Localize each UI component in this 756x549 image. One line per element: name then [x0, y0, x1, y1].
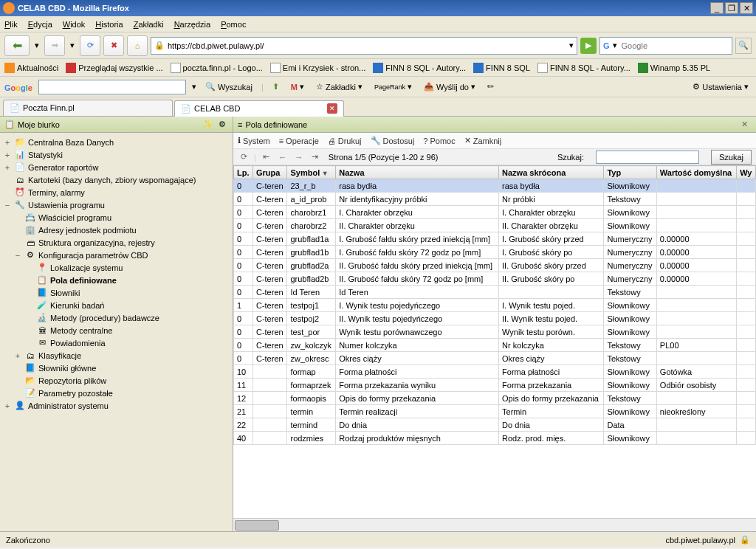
- tree-item[interactable]: +🗂Klasyfikacje: [0, 349, 233, 362]
- tree-item[interactable]: +📊Statystyki: [0, 148, 233, 161]
- tree-item[interactable]: 🏛Metody centralne: [0, 324, 233, 336]
- back-dropdown[interactable]: ▾: [32, 41, 41, 50]
- back-button[interactable]: ⬅: [4, 35, 30, 56]
- tree-item[interactable]: 🏢Adresy jednostek podmiotu: [0, 224, 233, 236]
- browser-tab[interactable]: 📄Poczta Finn.pl: [3, 100, 173, 116]
- close-button[interactable]: ✕: [740, 2, 753, 14]
- menu-edycja[interactable]: Edycja: [28, 20, 52, 29]
- toolbar-zamknij-button[interactable]: ✕Zamknij: [464, 136, 502, 145]
- column-header[interactable]: Wartość domyślna: [656, 166, 736, 179]
- forward-button[interactable]: ➡: [44, 35, 65, 56]
- column-header[interactable]: Nazwa: [336, 166, 499, 179]
- table-row[interactable]: 0C-terengrubflad1aI. Grubość fałdu skóry…: [234, 232, 756, 246]
- table-row[interactable]: 0C-terencharobrz2II. Charakter obrzękuII…: [234, 219, 756, 232]
- bookmark-item[interactable]: FINN 8 SQL - Autory...: [537, 63, 630, 73]
- table-row[interactable]: 0C-terengrubflad1bI. Grubość fałdu skóry…: [234, 246, 756, 259]
- tree-item[interactable]: +📁Centralna Baza Danych: [0, 136, 233, 148]
- column-header[interactable]: Wy: [737, 166, 756, 179]
- table-row[interactable]: 0C-terenzw_okrescOkres ciążyOkres ciążyT…: [234, 352, 756, 365]
- tree-expand-icon[interactable]: −: [3, 201, 12, 210]
- google-pagerank-button[interactable]: PageRank ▾: [371, 82, 415, 92]
- search-input[interactable]: [620, 41, 729, 51]
- table-row[interactable]: 40rodzmiesRodzaj produktów mięsnychRodz.…: [234, 432, 756, 445]
- table-row[interactable]: 0C-terengrubflad2aII. Grubość fałdu skór…: [234, 259, 756, 272]
- tree-item[interactable]: −⚙Konfiguracja parametrów CBD: [0, 249, 233, 261]
- bookmark-item[interactable]: FINN 8 SQL: [473, 63, 530, 73]
- google-bookmarks-button[interactable]: ☆ Zakładki▾: [313, 82, 365, 92]
- tree-item[interactable]: 📝Parametry pozostałe: [0, 387, 233, 399]
- data-grid[interactable]: Lp.GrupaSymbolNazwaNazwa skróconaTypWart…: [233, 165, 756, 518]
- search-box[interactable]: G▾: [599, 37, 732, 55]
- google-highlight-button[interactable]: ✏: [484, 82, 497, 92]
- tree-item[interactable]: ⏰Terminy, alarmy: [0, 186, 233, 198]
- url-dropdown-icon[interactable]: ▾: [569, 41, 574, 50]
- tree-item[interactable]: 🗂Kartoteki (bazy danych, zbiory wspomaga…: [0, 173, 233, 186]
- table-row[interactable]: 11formaprzekForma przekazania wynikuForm…: [234, 379, 756, 392]
- google-settings-button[interactable]: ⚙ Ustawienia▾: [690, 82, 752, 92]
- menu-historia[interactable]: Historia: [95, 20, 123, 29]
- column-header[interactable]: Grupa: [252, 166, 287, 179]
- tree-expand-icon[interactable]: +: [3, 163, 12, 172]
- restore-button[interactable]: ❐: [725, 2, 738, 14]
- tree-item[interactable]: +👤Administrator systemu: [0, 399, 233, 412]
- scrollbar-thumb[interactable]: [235, 520, 279, 531]
- pager-prev-button[interactable]: ←: [277, 151, 289, 163]
- tree-item[interactable]: 📍Lokalizacje systemu: [0, 261, 233, 274]
- tree-item[interactable]: +📄Generator raportów: [0, 161, 233, 173]
- tree-item[interactable]: 📂Repozytoria plików: [0, 374, 233, 387]
- menu-zakładki[interactable]: Zakładki: [134, 20, 164, 29]
- grid-search-button[interactable]: Szukaj: [711, 150, 752, 165]
- tree-expand-icon[interactable]: +: [13, 351, 22, 360]
- tree-item[interactable]: 🧪Kierunki badań: [0, 299, 233, 311]
- tree-item[interactable]: 🗃Struktura organizacyjna, rejestry: [0, 236, 233, 249]
- table-row[interactable]: 0C-terentest_porWynik testu porównawczeg…: [234, 325, 756, 339]
- bookmark-item[interactable]: poczta.finn.pl - Logo...: [171, 63, 263, 73]
- google-news-button[interactable]: ⬆: [269, 82, 282, 92]
- google-search-dropdown[interactable]: ▾: [192, 82, 196, 92]
- grid-search-input[interactable]: [596, 151, 699, 164]
- google-search-button[interactable]: 🔍 Wyszukaj: [202, 82, 255, 92]
- tab-close-button[interactable]: ✕: [327, 103, 337, 114]
- go-button[interactable]: ▶: [580, 38, 597, 54]
- menu-narzędzia[interactable]: Narzędzia: [174, 20, 211, 29]
- sidebar-tool-wand-icon[interactable]: ✨: [202, 119, 213, 131]
- menu-pomoc[interactable]: Pomoc: [221, 20, 246, 29]
- tree-item[interactable]: 📋Pola definiowane: [0, 274, 233, 286]
- home-button[interactable]: ⌂: [127, 35, 148, 56]
- google-search-input[interactable]: [38, 80, 186, 94]
- table-row[interactable]: 0C-terengrubflad2bII. Grubość fałdu skór…: [234, 272, 756, 286]
- tree-item[interactable]: 📘Słowniki: [0, 286, 233, 299]
- tree-expand-icon[interactable]: +: [3, 401, 12, 410]
- search-go-button[interactable]: 🔍: [735, 38, 752, 54]
- pager-last-button[interactable]: ⇥: [309, 151, 321, 163]
- table-row[interactable]: 21terminTermin realizacjiTerminSłownikow…: [234, 405, 756, 418]
- minimize-button[interactable]: _: [710, 2, 724, 14]
- tree-expand-icon[interactable]: −: [13, 251, 22, 260]
- toolbar-system-button[interactable]: ℹSystem: [238, 136, 270, 145]
- table-row[interactable]: 1C-terentestpoj1I. Wynik testu pojedyńcz…: [234, 299, 756, 312]
- bookmark-item[interactable]: Przeglądaj wszystkie ...: [66, 63, 162, 73]
- column-header[interactable]: Lp.: [234, 166, 253, 179]
- sidebar-tool-gear-icon[interactable]: ⚙: [216, 119, 228, 131]
- url-bar[interactable]: 🔒 https://cbd.piwet.pulawy.pl/ ▾: [151, 37, 577, 55]
- menu-widok[interactable]: Widok: [63, 20, 86, 29]
- menu-plik[interactable]: Plik: [4, 20, 18, 29]
- tree-item[interactable]: 📘Słowniki główne: [0, 362, 233, 374]
- table-row[interactable]: 12formaopisOpis do formy przekazaniaOpis…: [234, 392, 756, 405]
- toolbar-operacje-button[interactable]: ≡Operacje: [279, 137, 319, 145]
- bookmark-item[interactable]: FINN 8 SQL - Autory...: [373, 63, 466, 73]
- tree-expand-icon[interactable]: +: [3, 138, 12, 147]
- table-row[interactable]: 0C-teren23_r_brasa bydłarasa bydłaSłowni…: [234, 179, 756, 193]
- google-gmail-button[interactable]: M ▾: [288, 82, 307, 92]
- tree-item[interactable]: 🔬Metody (procedury) badawcze: [0, 311, 233, 324]
- search-dropdown[interactable]: ▾: [613, 41, 617, 50]
- reload-button[interactable]: ⟳: [80, 35, 100, 56]
- bookmark-item[interactable]: Winamp 5.35 PL: [638, 63, 710, 73]
- forward-dropdown[interactable]: ▾: [68, 41, 77, 50]
- bookmark-item[interactable]: Emi i Krzysiek - stron...: [270, 63, 365, 73]
- column-header[interactable]: Nazwa skrócona: [499, 166, 604, 179]
- toolbar-pomoc-button[interactable]: ?Pomoc: [423, 137, 455, 145]
- tree-expand-icon[interactable]: +: [3, 151, 12, 159]
- tree-item[interactable]: −🔧Ustawienia programu: [0, 198, 233, 211]
- column-header[interactable]: Symbol: [287, 166, 336, 179]
